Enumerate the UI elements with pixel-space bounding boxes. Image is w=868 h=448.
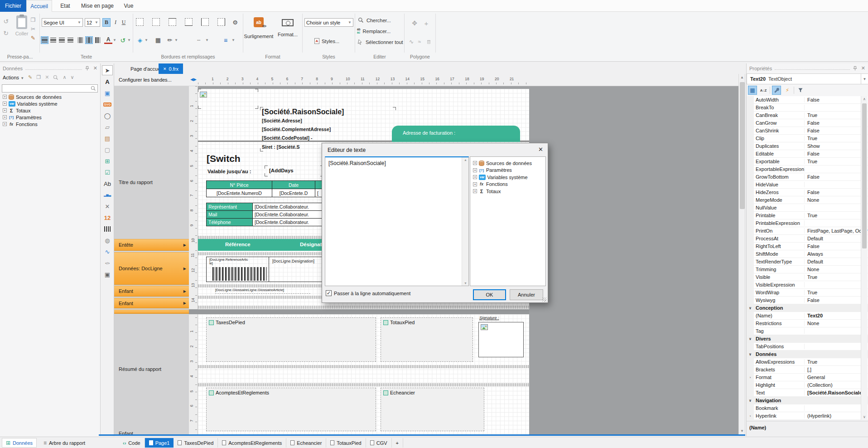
- band-report-summary[interactable]: Résumé du rapport: [119, 366, 161, 372]
- property-row-hyperlink[interactable]: ›Hyperlink(Hyperlink): [747, 412, 868, 420]
- scroll-down-icon[interactable]: ∨: [863, 415, 866, 419]
- tree-item-totaux[interactable]: +ΣTotaux: [470, 188, 545, 195]
- property-row-visibleexpression[interactable]: VisibleExpression: [747, 281, 868, 289]
- expand-icon[interactable]: +: [473, 175, 477, 179]
- band-report-title[interactable]: Titre du rapport: [119, 180, 153, 185]
- property-row-shiftmode[interactable]: ShiftModeAlways: [747, 250, 868, 258]
- property-value[interactable]: None: [805, 197, 868, 203]
- format-painter-icon[interactable]: ✎: [29, 34, 37, 42]
- billing-address-object[interactable]: Adresse de facturation :: [392, 126, 520, 142]
- badge-tool[interactable]: ▣: [102, 269, 113, 279]
- picture-tool[interactable]: ▣: [102, 88, 113, 98]
- redo-icon[interactable]: ↻: [2, 29, 10, 37]
- align-left-button[interactable]: [41, 36, 48, 44]
- cut-icon[interactable]: ✂: [29, 25, 37, 33]
- property-row-textrendertype[interactable]: TextRenderTypeDefault: [747, 258, 868, 266]
- select-all-button[interactable]: Sélectionner tout: [357, 39, 403, 45]
- close-icon[interactable]: ✕: [538, 146, 543, 153]
- property-value[interactable]: General: [805, 375, 868, 380]
- barcode-object[interactable]: [212, 267, 267, 281]
- property-value[interactable]: False: [805, 190, 868, 195]
- border-top-button[interactable]: [169, 18, 176, 26]
- bottom-tab-arbre[interactable]: ≡ Arbre du rapport: [40, 438, 89, 448]
- close-icon[interactable]: ✕: [861, 65, 865, 71]
- property-category-donnees[interactable]: ∨Données: [747, 351, 868, 358]
- property-row-nullvalue[interactable]: NullValue: [747, 204, 868, 212]
- property-row-canbreak[interactable]: CanBreakTrue: [747, 112, 868, 119]
- property-value[interactable]: True: [805, 159, 868, 164]
- ruler-nav-arrows[interactable]: ◀▶: [190, 77, 197, 82]
- property-value[interactable]: True: [805, 290, 868, 295]
- property-row-autowidth[interactable]: AutoWidthFalse: [747, 96, 868, 104]
- subreport-tool[interactable]: ▤: [102, 133, 113, 143]
- line-width-button[interactable]: ≡: [221, 36, 230, 44]
- property-row-trimming[interactable]: TrimmingNone: [747, 266, 868, 273]
- property-value[interactable]: [,]: [805, 367, 868, 372]
- tab-accueil[interactable]: Accueil: [26, 0, 52, 12]
- underline-button[interactable]: U: [120, 18, 127, 27]
- band-child-2[interactable]: Enfant▶: [114, 298, 189, 308]
- band-child-1[interactable]: Enfant▶: [114, 286, 189, 297]
- property-row-growtobottom[interactable]: GrowToBottomFalse: [747, 173, 868, 181]
- line-designation-field[interactable]: [DocLigne.Designation]: [272, 259, 314, 263]
- properties-view-button[interactable]: [772, 86, 781, 95]
- curve-tool[interactable]: ∿: [102, 247, 113, 257]
- checkbox-tool[interactable]: ☑: [102, 167, 113, 177]
- expand-icon[interactable]: +: [3, 95, 7, 99]
- property-row-visible[interactable]: VisibleTrue: [747, 273, 868, 281]
- tree-item-parametres[interactable]: +[?]Paramètres: [470, 167, 545, 174]
- subreport-taxesdepied[interactable]: TaxesDePied: [206, 317, 376, 362]
- resize-grip[interactable]: [542, 297, 546, 302]
- property-value[interactable]: False: [805, 128, 868, 133]
- fill-pattern-button[interactable]: ▦: [154, 36, 162, 44]
- move-up-icon[interactable]: ∧: [63, 74, 66, 80]
- expand-icon[interactable]: +: [473, 168, 477, 172]
- ok-button[interactable]: OK: [473, 289, 506, 300]
- select-tool[interactable]: ➤: [102, 65, 113, 75]
- property-row-duplicates[interactable]: DuplicatesShow: [747, 142, 868, 150]
- page-tab-cgv[interactable]: CGV: [366, 438, 392, 448]
- report-page-2[interactable]: TaxesDePied TotauxPied Signature : Acomp…: [198, 314, 529, 434]
- bottom-tab-donnees[interactable]: ⊞ Données: [2, 438, 37, 448]
- font-size-combo[interactable]: 12▼: [85, 18, 100, 27]
- style-combo[interactable]: Choisir un style▼: [304, 18, 353, 27]
- scrollbar-thumb[interactable]: [862, 103, 867, 248]
- property-value[interactable]: True: [805, 359, 868, 365]
- format-button[interactable]: Format...: [275, 16, 301, 46]
- find-button[interactable]: Chercher...: [358, 17, 391, 23]
- company-address-field[interactable]: [Société.Adresse]: [262, 118, 302, 123]
- property-row-wysiwyg[interactable]: WysiwygFalse: [747, 297, 868, 304]
- property-row-clip[interactable]: ClipTrue: [747, 135, 868, 142]
- property-value[interactable]: False: [805, 174, 868, 180]
- filter-button[interactable]: [796, 86, 805, 95]
- tab-0frx[interactable]: ✕0.frx: [159, 63, 183, 74]
- property-value[interactable]: False: [805, 297, 868, 303]
- doc-header-date[interactable]: Date: [272, 180, 315, 189]
- expand-icon[interactable]: +: [3, 108, 7, 112]
- move-down-icon[interactable]: ∨: [70, 74, 74, 80]
- border-right-button[interactable]: [217, 18, 225, 26]
- company-siret-field[interactable]: Siret : [Société.S: [262, 144, 299, 150]
- property-row-name[interactable]: (Name)Text20: [747, 312, 868, 320]
- property-row-text[interactable]: Text[Société.RaisonSociale: [747, 389, 868, 397]
- scrollbar-thumb[interactable]: [740, 82, 745, 209]
- property-row-printableexpression[interactable]: PrintableExpression: [747, 219, 868, 227]
- expand-icon[interactable]: +: [3, 102, 7, 106]
- copy-icon[interactable]: ❐: [29, 16, 37, 24]
- search-input[interactable]: [2, 84, 98, 93]
- property-row-mergemode[interactable]: MergeModeNone: [747, 196, 868, 204]
- tab-fichier[interactable]: Fichier: [0, 0, 26, 12]
- chevron-down-icon[interactable]: ▼: [231, 36, 236, 44]
- bold-button[interactable]: B: [102, 18, 111, 27]
- copy-icon[interactable]: ❐: [36, 74, 41, 80]
- switch-title-field[interactable]: [Switch: [207, 153, 241, 164]
- events-view-button[interactable]: ⚡: [783, 86, 792, 95]
- tree-item-fonctions[interactable]: +fxFonctions: [470, 181, 545, 188]
- table-tool[interactable]: ⊞: [102, 156, 113, 166]
- textarea-scrollbar[interactable]: ▲ ▼: [462, 157, 468, 286]
- align-right-button[interactable]: [58, 36, 66, 44]
- svg-tool[interactable]: SVG: [102, 99, 113, 109]
- property-row-exportable[interactable]: ExportableTrue: [747, 158, 868, 166]
- properties-scrollbar[interactable]: ∧ ∨: [861, 96, 868, 420]
- actions-menu[interactable]: Actions ▼: [3, 75, 24, 80]
